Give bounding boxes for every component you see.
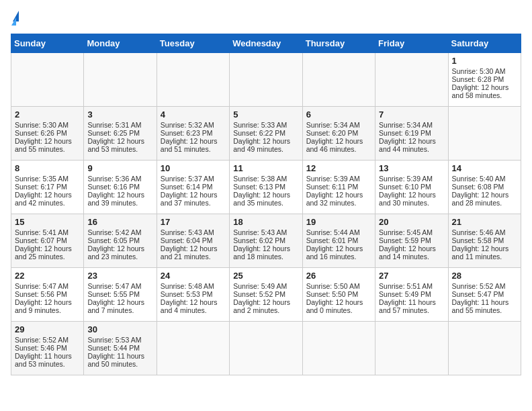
sunrise-line: Sunrise: 5:48 AM (161, 282, 214, 290)
sunset-line: Sunset: 6:11 PM (306, 183, 359, 191)
calendar-cell: 11 Sunrise: 5:38 AM Sunset: 6:13 PM Dayl… (230, 161, 302, 214)
sunset-line: Sunset: 5:53 PM (161, 290, 213, 298)
daylight-line2: and 2 minutes. (233, 306, 279, 314)
daylight-line2: and 9 minutes. (15, 306, 61, 314)
daylight-line2: and 39 minutes. (87, 199, 138, 207)
sunrise-line: Sunrise: 5:45 AM (379, 228, 433, 236)
daylight-line2: and 55 minutes. (452, 306, 502, 314)
calendar-cell (84, 53, 157, 107)
logo-text (11, 11, 19, 26)
daylight-line2: and 37 minutes. (161, 199, 211, 207)
daylight-line2: and 30 minutes. (379, 199, 429, 207)
calendar-week-row: 8 Sunrise: 5:35 AM Sunset: 6:17 PM Dayli… (11, 161, 521, 214)
sunrise-line: Sunrise: 5:38 AM (233, 175, 287, 183)
daylight-line2: and 25 minutes. (15, 253, 65, 261)
daylight-line2: and 23 minutes. (87, 253, 138, 261)
daylight-line1: Daylight: 12 hours (306, 137, 363, 145)
daylight-line2: and 28 minutes. (452, 199, 502, 207)
calendar-cell (157, 53, 229, 107)
daylight-line1: Daylight: 12 hours (161, 244, 218, 253)
sunrise-line: Sunrise: 5:30 AM (452, 67, 506, 75)
sunset-line: Sunset: 6:23 PM (161, 129, 213, 137)
sunset-line: Sunset: 5:49 PM (379, 290, 431, 298)
calendar-cell: 17 Sunrise: 5:43 AM Sunset: 6:04 PM Dayl… (157, 214, 229, 268)
sunset-line: Sunset: 6:04 PM (161, 236, 213, 244)
daylight-line2: and 7 minutes. (87, 306, 134, 314)
daylight-line2: and 0 minutes. (306, 306, 353, 314)
day-number: 8 (15, 163, 80, 173)
calendar-cell: 30 Sunrise: 5:53 AM Sunset: 5:44 PM Dayl… (84, 322, 157, 375)
day-number: 27 (379, 271, 444, 281)
sunrise-line: Sunrise: 5:47 AM (87, 282, 141, 290)
sunrise-line: Sunrise: 5:33 AM (233, 121, 287, 129)
sunset-line: Sunset: 6:05 PM (87, 236, 140, 244)
calendar-cell: 24 Sunrise: 5:48 AM Sunset: 5:53 PM Dayl… (157, 268, 229, 322)
daylight-line1: Daylight: 11 hours (452, 298, 509, 306)
daylight-line1: Daylight: 12 hours (87, 137, 144, 145)
day-number: 4 (161, 109, 226, 120)
sunrise-line: Sunrise: 5:52 AM (15, 336, 69, 344)
day-number: 19 (306, 217, 371, 227)
daylight-line1: Daylight: 12 hours (306, 244, 363, 253)
sunset-line: Sunset: 6:26 PM (15, 129, 67, 137)
calendar-cell: 10 Sunrise: 5:37 AM Sunset: 6:14 PM Dayl… (157, 161, 229, 214)
calendar-cell: 16 Sunrise: 5:42 AM Sunset: 6:05 PM Dayl… (84, 214, 157, 268)
calendar-cell (448, 322, 521, 375)
calendar-cell: 26 Sunrise: 5:50 AM Sunset: 5:50 PM Dayl… (302, 268, 375, 322)
sunset-line: Sunset: 6:08 PM (452, 183, 504, 191)
sunset-line: Sunset: 5:47 PM (452, 290, 504, 298)
day-number: 3 (87, 109, 152, 120)
sunset-line: Sunset: 5:55 PM (87, 290, 140, 298)
calendar-cell: 22 Sunrise: 5:47 AM Sunset: 5:56 PM Dayl… (11, 268, 84, 322)
daylight-line1: Daylight: 12 hours (379, 244, 436, 253)
calendar-cell: 28 Sunrise: 5:52 AM Sunset: 5:47 PM Dayl… (448, 268, 521, 322)
daylight-line2: and 46 minutes. (306, 145, 357, 153)
day-number: 25 (233, 271, 298, 281)
day-header: Saturday (448, 34, 521, 53)
calendar-cell (448, 107, 521, 161)
sunrise-line: Sunrise: 5:36 AM (87, 175, 141, 183)
sunrise-line: Sunrise: 5:44 AM (306, 228, 360, 236)
sunrise-line: Sunrise: 5:37 AM (161, 175, 214, 183)
daylight-line2: and 55 minutes. (15, 145, 65, 153)
daylight-line1: Daylight: 12 hours (306, 298, 363, 306)
daylight-line1: Daylight: 12 hours (15, 298, 72, 306)
daylight-line2: and 35 minutes. (233, 199, 283, 207)
sunrise-line: Sunrise: 5:39 AM (306, 175, 360, 183)
sunrise-line: Sunrise: 5:47 AM (15, 282, 69, 290)
calendar-cell: 1 Sunrise: 5:30 AM Sunset: 6:28 PM Dayli… (448, 53, 521, 107)
sunset-line: Sunset: 6:02 PM (233, 236, 285, 244)
daylight-line1: Daylight: 12 hours (379, 137, 436, 145)
sunrise-line: Sunrise: 5:42 AM (87, 228, 141, 236)
daylight-line1: Daylight: 12 hours (87, 298, 144, 306)
sunset-line: Sunset: 6:01 PM (306, 236, 359, 244)
day-number: 9 (87, 163, 152, 173)
daylight-line2: and 58 minutes. (452, 91, 502, 99)
sunset-line: Sunset: 5:56 PM (15, 290, 67, 298)
day-header: Thursday (302, 34, 375, 53)
sunset-line: Sunset: 6:14 PM (161, 183, 213, 191)
daylight-line2: and 32 minutes. (306, 199, 357, 207)
sunset-line: Sunset: 6:16 PM (87, 183, 140, 191)
day-number: 21 (452, 217, 517, 227)
daylight-line1: Daylight: 12 hours (306, 191, 363, 199)
day-number: 5 (233, 109, 298, 120)
daylight-line1: Daylight: 12 hours (161, 137, 218, 145)
sunset-line: Sunset: 5:58 PM (452, 236, 504, 244)
sunset-line: Sunset: 6:22 PM (233, 129, 285, 137)
sunrise-line: Sunrise: 5:46 AM (452, 228, 506, 236)
daylight-line1: Daylight: 11 hours (15, 352, 72, 360)
day-number: 14 (452, 163, 517, 173)
calendar-cell: 9 Sunrise: 5:36 AM Sunset: 6:16 PM Dayli… (84, 161, 157, 214)
day-number: 16 (87, 217, 152, 227)
sunset-line: Sunset: 5:44 PM (87, 344, 140, 352)
sunrise-line: Sunrise: 5:40 AM (452, 175, 506, 183)
daylight-line1: Daylight: 12 hours (15, 191, 72, 199)
calendar-week-row: 15 Sunrise: 5:41 AM Sunset: 6:07 PM Dayl… (11, 214, 521, 268)
daylight-line1: Daylight: 12 hours (233, 298, 290, 306)
day-header: Friday (375, 34, 448, 53)
daylight-line2: and 18 minutes. (233, 253, 283, 261)
calendar-cell: 19 Sunrise: 5:44 AM Sunset: 6:01 PM Dayl… (302, 214, 375, 268)
sunrise-line: Sunrise: 5:41 AM (15, 228, 69, 236)
daylight-line1: Daylight: 12 hours (233, 191, 290, 199)
